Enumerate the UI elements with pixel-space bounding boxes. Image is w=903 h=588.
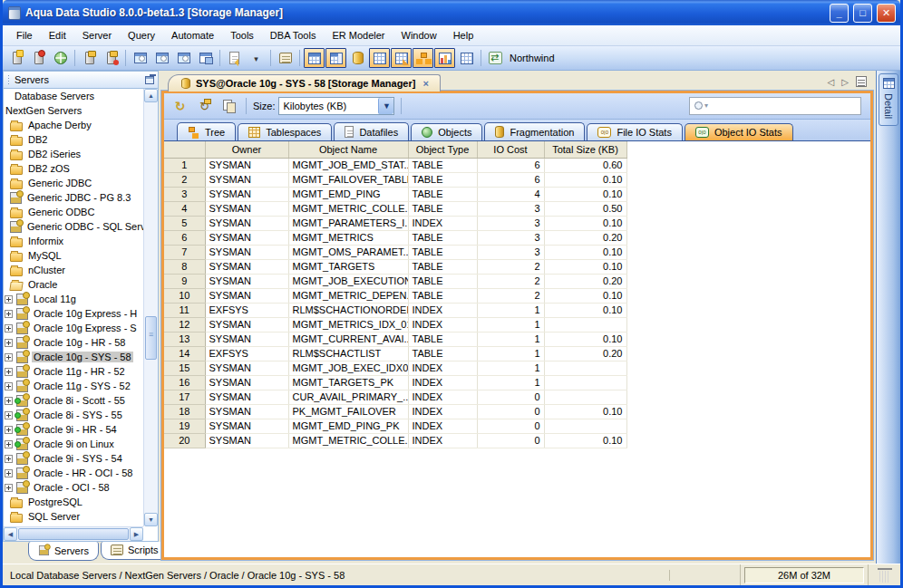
- tab-nav-right-icon[interactable]: ▷: [841, 77, 849, 87]
- open-script-menu-button[interactable]: [246, 48, 267, 68]
- tree-item-postgresql[interactable]: PostgreSQL: [4, 495, 143, 509]
- tree-vertical-scrollbar[interactable]: ▲ ▼: [143, 89, 158, 526]
- schema-browser-button[interactable]: [50, 48, 71, 68]
- expand-plus-icon[interactable]: [5, 455, 13, 463]
- reconnect-button[interactable]: [194, 96, 215, 116]
- menu-dba-tools[interactable]: DBA Tools: [262, 27, 325, 43]
- query-analyzer-button[interactable]: [130, 48, 150, 68]
- tab-object-io-stats[interactable]: Object IO Stats: [685, 123, 793, 140]
- register-server-button[interactable]: [6, 48, 27, 68]
- expand-plus-icon[interactable]: [5, 382, 13, 390]
- tree-item-oracle-10g-sys-58[interactable]: Oracle 10g - SYS - 58: [4, 350, 143, 364]
- tree-item-oracle-9i-on-linux[interactable]: Oracle 9i on Linux: [4, 437, 143, 451]
- table-row[interactable]: 2SYSMANMGMT_FAILOVER_TABLETABLE60.10: [164, 172, 626, 187]
- table-row[interactable]: 10SYSMANMGMT_METRIC_DEPEN...TABLE20.10: [164, 288, 626, 303]
- column-header-owner[interactable]: Owner: [205, 141, 288, 158]
- tree-item-db2[interactable]: DB2: [4, 132, 143, 147]
- table-row[interactable]: 4SYSMANMGMT_METRIC_COLLE...TABLE30.50: [164, 201, 626, 216]
- menu-query[interactable]: Query: [120, 27, 163, 43]
- table-row[interactable]: 14EXFSYSRLM$SCHACTLISTTABLE10.20: [164, 346, 626, 361]
- expand-plus-icon[interactable]: [5, 484, 13, 492]
- tree-item-generic-odbc[interactable]: Generic ODBC: [4, 205, 143, 219]
- tree-item-generic-jdbc[interactable]: Generic JDBC: [4, 176, 143, 190]
- expand-plus-icon[interactable]: [5, 397, 13, 405]
- vertical-scroll-thumb[interactable]: [145, 316, 157, 360]
- menu-er-modeler[interactable]: ER Modeler: [324, 27, 393, 43]
- scroll-right-button[interactable]: ▶: [130, 527, 143, 541]
- grid-view-button[interactable]: [369, 48, 390, 68]
- grid-edit-button[interactable]: [391, 48, 412, 68]
- table-row[interactable]: 6SYSMANMGMT_METRICSTABLE30.20: [164, 230, 626, 245]
- tree-item-oracle-10g-express-s[interactable]: Oracle 10g Express - S: [4, 321, 143, 335]
- table-row[interactable]: 17SYSMANCUR_AVAIL_PRIMARY_...INDEX0: [164, 390, 626, 404]
- minimize-button[interactable]: _: [830, 4, 849, 23]
- column-header-object-type[interactable]: Object Type: [408, 141, 477, 158]
- plain-grid-button[interactable]: [456, 48, 477, 68]
- tree-item-oracle-11g-hr-52[interactable]: Oracle 11g - HR - 52: [4, 364, 143, 379]
- menu-help[interactable]: Help: [445, 27, 482, 43]
- tree-item-sql-server[interactable]: SQL Server: [4, 509, 143, 524]
- table-row[interactable]: 15SYSMANMGMT_JOB_EXEC_IDX04INDEX1: [164, 361, 626, 375]
- float-panel-icon[interactable]: [145, 76, 154, 84]
- arrange-windows-button[interactable]: [195, 48, 216, 68]
- expand-plus-icon[interactable]: [5, 295, 13, 304]
- search-input[interactable]: [707, 101, 857, 111]
- disconnect-server-button[interactable]: [101, 48, 121, 68]
- expand-plus-icon[interactable]: [5, 411, 13, 419]
- tree-item-informix[interactable]: Informix: [4, 234, 143, 248]
- detail-tab[interactable]: Detail: [879, 73, 898, 126]
- column-header-total-size-kb[interactable]: Total Size (KB): [544, 141, 626, 158]
- tree-item-oracle-oci-58[interactable]: Oracle - OCI - 58: [4, 480, 143, 495]
- tree-item-oracle-8i-sys-55[interactable]: Oracle 8i - SYS - 55: [4, 408, 143, 422]
- table-row[interactable]: 3SYSMANMGMT_EMD_PINGTABLE40.10: [164, 187, 626, 201]
- tab-datafiles[interactable]: Datafiles: [334, 122, 409, 140]
- scroll-up-button[interactable]: ▲: [144, 89, 158, 102]
- tree-item-database-servers[interactable]: Database Servers: [4, 89, 143, 103]
- connect-server-button[interactable]: [79, 48, 100, 68]
- tree-horizontal-scrollbar[interactable]: ◀ ▶: [4, 526, 143, 541]
- scroll-left-button[interactable]: ◀: [4, 527, 17, 541]
- table-row[interactable]: 20SYSMANMGMT_METRIC_COLLE...INDEX00.10: [164, 433, 626, 448]
- tree-item-ncluster[interactable]: nCluster: [4, 263, 143, 277]
- copy-button[interactable]: [218, 96, 239, 116]
- menu-edit[interactable]: Edit: [41, 27, 74, 43]
- menu-window[interactable]: Window: [393, 27, 445, 43]
- table-row[interactable]: 7SYSMANMGMT_OMS_PARAMET...TABLE30.10: [164, 245, 626, 259]
- table-row[interactable]: 11EXFSYSRLM$SCHACTIONORDERINDEX10.10: [164, 303, 626, 317]
- statistics-chart-button[interactable]: [434, 48, 455, 68]
- close-button[interactable]: ✕: [877, 4, 896, 23]
- tab-nav-left-icon[interactable]: ◁: [828, 77, 835, 87]
- table-row[interactable]: 9SYSMANMGMT_JOB_EXECUTIONTABLE20.20: [164, 274, 626, 288]
- tree-item-oracle-9i-hr-54[interactable]: Oracle 9i - HR - 54: [4, 422, 143, 437]
- tree-item-oracle-11g-sys-52[interactable]: Oracle 11g - SYS - 52: [4, 379, 143, 393]
- expand-plus-icon[interactable]: [5, 368, 13, 376]
- expand-plus-icon[interactable]: [5, 310, 13, 318]
- column-header-io-cost[interactable]: IO Cost: [477, 141, 544, 158]
- refresh-button[interactable]: [170, 96, 190, 116]
- tree-item-mysql[interactable]: MySQL: [4, 248, 143, 263]
- tree-item-local-11g[interactable]: Local 11g: [4, 292, 143, 306]
- menu-tools[interactable]: Tools: [222, 27, 262, 43]
- query-analyzer-results-button[interactable]: [151, 48, 172, 68]
- synchronize-database-button[interactable]: [485, 48, 506, 68]
- menu-file[interactable]: File: [8, 27, 41, 43]
- memory-indicator[interactable]: 26M of 32M: [744, 567, 864, 583]
- expand-plus-icon[interactable]: [5, 440, 13, 448]
- tree-item-oracle[interactable]: Oracle: [4, 277, 143, 292]
- tree-item-oracle-10g-hr-58[interactable]: Oracle 10g - HR - 58: [4, 335, 143, 350]
- tree-item-oracle-9i-sys-54[interactable]: Oracle 9i - SYS - 54: [4, 451, 143, 466]
- database-selector-label[interactable]: Northwind: [510, 53, 555, 63]
- expand-plus-icon[interactable]: [5, 324, 13, 333]
- tab-objects[interactable]: Objects: [411, 123, 482, 140]
- table-row[interactable]: 12SYSMANMGMT_METRICS_IDX_01INDEX1: [164, 317, 626, 332]
- tree-item-generic-jdbc-pg-8-3[interactable]: Generic JDBC - PG 8.3: [4, 190, 143, 205]
- tab-list-icon[interactable]: [856, 76, 867, 87]
- maximize-button[interactable]: □: [853, 4, 872, 23]
- menu-automate[interactable]: Automate: [163, 27, 222, 43]
- table-row[interactable]: 5SYSMANMGMT_PARAMETERS_I...INDEX30.10: [164, 216, 626, 230]
- tab-file-io-stats[interactable]: File IO Stats: [587, 123, 683, 140]
- size-dropdown[interactable]: Kilobytes (KB) ▼: [278, 97, 394, 115]
- expand-plus-icon[interactable]: [5, 426, 13, 434]
- table-row[interactable]: 16SYSMANMGMT_TARGETS_PKINDEX1: [164, 375, 626, 390]
- instance-manager-button[interactable]: [413, 48, 433, 68]
